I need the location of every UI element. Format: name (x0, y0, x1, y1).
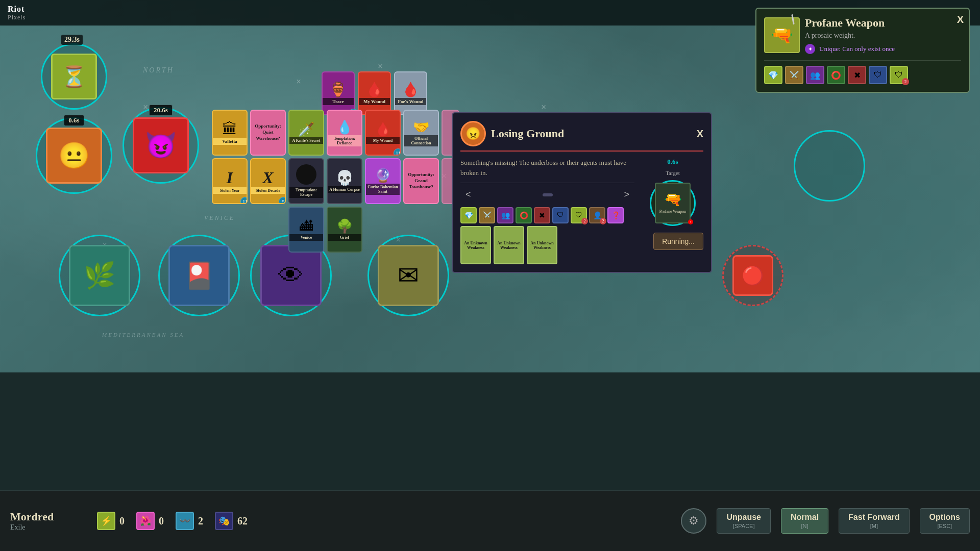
logo-pixels: Pixels (8, 14, 26, 21)
losing-ground-close[interactable]: X (697, 128, 703, 140)
lg-target-label: Target (666, 170, 680, 176)
card-stolen-decade[interactable]: X Stolen Decade 5 (250, 158, 286, 204)
card-temptation-escape[interactable]: Temptation: Escape (288, 158, 324, 204)
hourglass-card[interactable]: ⏳ (51, 54, 97, 99)
logo: Riot Pixels (8, 5, 26, 21)
popup-icon-btn-7[interactable]: 🛡 2 (890, 66, 908, 84)
card-my-wound-grid[interactable]: 🩸 My Wound 11 (365, 110, 401, 156)
losing-ground-text: Something's missing! The underboss or th… (460, 158, 634, 178)
profane-popup-close[interactable]: X (957, 14, 964, 26)
popup-icons-row: 💎 ⚔️ 👥 ⭕ ✖ 🛡 🛡 2 (764, 60, 961, 84)
progress-dots (543, 193, 553, 196)
lg-icon-5[interactable]: ✖ (534, 207, 550, 223)
profane-popup-title: Profane Weapon (805, 16, 895, 30)
losing-ground-timer: 0.6s (667, 158, 678, 166)
gun-icon: 🔫 (771, 25, 793, 46)
bottom-card-4[interactable]: ✉ (378, 245, 439, 306)
lg-icon-3[interactable]: 👥 (497, 207, 513, 223)
resource-value-1: 0 (119, 515, 132, 527)
lg-icon-9[interactable]: ❓ (607, 207, 624, 223)
card-trace[interactable]: 🏺 Trace 11 (322, 71, 355, 115)
resource-icon-3: 〰️ (176, 512, 194, 530)
losing-ground-prev[interactable]: < (460, 187, 476, 202)
lg-icon-1[interactable]: 💎 (460, 207, 477, 223)
card-grief[interactable]: 🌳 Grief (327, 207, 362, 253)
character-slot-1[interactable]: 0.6s 😐 (36, 117, 112, 194)
player-title: Exile (10, 523, 71, 532)
gun-icon-sm: 🔫 (664, 191, 682, 208)
right-target-circle (794, 130, 865, 202)
losing-ground-right: 0.6s Target 🔫 Profane Weapon ! Running..… (642, 158, 703, 264)
x-mark: × (296, 77, 301, 87)
weakness-card-3[interactable]: An Unknown Weakness (527, 226, 557, 264)
popup-icon-btn-3[interactable]: 👥 (806, 66, 824, 84)
card-opportunity-grand[interactable]: Opportunity: Grand Townhouse? (403, 158, 439, 204)
card-official-connection[interactable]: 🤝 Official Connection (403, 110, 439, 156)
normal-button[interactable]: Normal [N] (781, 508, 828, 534)
player-name: Mordred (10, 510, 71, 523)
popup-icon-btn-1[interactable]: 💎 (764, 66, 782, 84)
unpause-button[interactable]: Unpause [SPACE] (717, 508, 771, 534)
resource-value-4: 62 (237, 515, 250, 527)
map-label-mediterranean: MEDITERRANEAN SEA (102, 332, 184, 338)
losing-ground-title: Losing Ground (491, 127, 692, 140)
losing-ground-nav: < > (460, 183, 634, 202)
lg-icon-2[interactable]: ⚔️ (479, 207, 495, 223)
card-venice[interactable]: 🏙 Venice (288, 207, 324, 253)
resource-group: ⚡ 0 🌺 0 〰️ 2 🎭 62 (97, 512, 250, 530)
profane-weapon-popup: X 🔫 Profane Weapon A prosaic weight. ✦ U… (755, 8, 970, 93)
losing-ground-target-circle[interactable]: 🔫 Profane Weapon ! (650, 180, 696, 226)
running-button[interactable]: Running... (653, 233, 703, 250)
bottom-card-3[interactable]: 👁 (260, 245, 322, 306)
card-my-wound-top[interactable]: 🩸 My Wound (358, 71, 391, 115)
char1-timer: 0.6s (64, 115, 84, 126)
popup-icon-btn-2[interactable]: ⚔️ (785, 66, 803, 84)
profane-weapon-icon: 🔫 (764, 17, 800, 53)
resource-icon-2: 🌺 (136, 512, 155, 530)
lg-icon-8[interactable]: 👤 2 (589, 207, 605, 223)
lg-icon-7[interactable]: 🛡 2 (571, 207, 587, 223)
resource-icon-1: ⚡ (97, 512, 115, 530)
card-knifes-secret[interactable]: 🗡️ A Knife's Secret (288, 110, 324, 156)
weakness-card-2[interactable]: An Unknown Weakness (494, 226, 524, 264)
popup-icon-btn-4[interactable]: ⭕ (827, 66, 845, 84)
fast-forward-button[interactable]: Fast Forward [M] (839, 508, 909, 534)
hourglass-timer: 29.3s (61, 35, 83, 45)
card-foes-wound[interactable]: 🩸 Foe's Wound (394, 71, 427, 115)
popup-icon-btn-5[interactable]: ✖ (848, 66, 866, 84)
resource-icon-4: 🎭 (215, 512, 233, 530)
card-temptation-defiance[interactable]: 💧 Temptation: Defiance (327, 110, 362, 156)
character-slot-2[interactable]: 20.6s 😈 (122, 107, 199, 184)
unique-text: Unique: Can only exist once (819, 45, 895, 53)
x-mark: × (541, 102, 546, 113)
bottom-card-1[interactable]: 🌿 (69, 245, 130, 306)
card-valletta[interactable]: 🏛 Valletta (212, 110, 248, 156)
card-stolen-year[interactable]: I Stolen Year 11 (212, 158, 248, 204)
bottom-right-target[interactable]: 🔴 (722, 245, 783, 306)
x-mark: × (378, 61, 383, 72)
weakness-card-1[interactable]: An Unknown Weakness (460, 226, 491, 264)
bottom-card-2[interactable]: 🎴 (168, 245, 230, 306)
losing-ground-icons-row: 💎 ⚔️ 👥 ⭕ ✖ 🛡 🛡 2 👤 2 ❓ (460, 207, 634, 223)
weakness-cards-row: An Unknown Weakness An Unknown Weakness … (460, 226, 634, 264)
popup-icon-btn-6[interactable]: 🛡 (869, 66, 887, 84)
card-curio-bohemian[interactable]: 🔮 Curio: Bohemian Saint (365, 158, 401, 204)
hourglass-slot[interactable]: ⏳ (41, 43, 107, 110)
bottom-slot-1[interactable]: 🌿 (59, 235, 140, 316)
menu-circle-button[interactable]: ⚙ (681, 508, 706, 534)
options-button[interactable]: Options [ESC] (920, 508, 970, 534)
card-opportunity-quiet[interactable]: Opportunity: Quiet Warehouse? (250, 110, 286, 156)
losing-ground-target-card[interactable]: 🔫 Profane Weapon ! (655, 183, 691, 223)
bottom-bar: Mordred Exile ⚡ 0 🌺 0 〰️ 2 🎭 62 ⚙ Unpaus… (0, 490, 980, 551)
character-card-1[interactable]: 😐 (46, 128, 102, 184)
resource-value-2: 0 (159, 515, 172, 527)
bottom-right-card[interactable]: 🔴 (732, 255, 773, 296)
losing-ground-next[interactable]: > (619, 187, 634, 202)
lg-icon-6[interactable]: 🛡 (552, 207, 569, 223)
card-human-corpse[interactable]: 💀 A Human Corpse (327, 158, 362, 204)
losing-ground-face-icon: 😠 (460, 121, 486, 146)
character-card-2[interactable]: 😈 (133, 117, 189, 173)
lg-icon-4[interactable]: ⭕ (516, 207, 532, 223)
unique-icon: ✦ (805, 44, 815, 54)
player-info: Mordred Exile (10, 510, 71, 532)
